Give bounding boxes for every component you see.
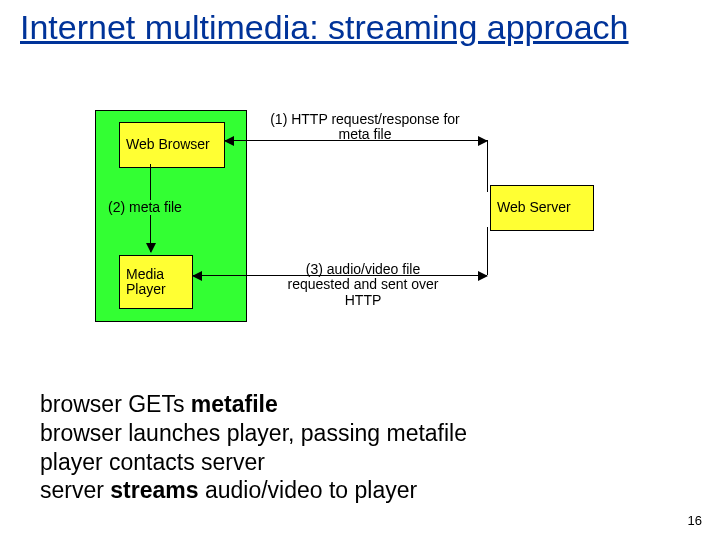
note-text: browser GETs (40, 391, 191, 417)
note-line-2: browser launches player, passing metafil… (40, 419, 467, 448)
arrow-step3-elbow (487, 227, 488, 275)
note-text: server (40, 477, 110, 503)
label-step2: (2) meta file (108, 200, 228, 215)
label-step1: (1) HTTP request/response for meta file (270, 112, 460, 143)
note-line-4: server streams audio/video to player (40, 476, 467, 505)
note-line-1: browser GETs metafile (40, 390, 467, 419)
note-line-3: player contacts server (40, 448, 467, 477)
note-bold: streams (110, 477, 198, 503)
architecture-diagram: Web Browser Media Player Web Server (1) … (95, 110, 635, 340)
page-number: 16 (688, 513, 702, 528)
note-text: audio/video to player (199, 477, 418, 503)
arrow-step1-elbow (487, 140, 488, 192)
web-server-box: Web Server (490, 185, 594, 231)
label-step3: (3) audio/video file requested and sent … (273, 262, 453, 308)
web-browser-box: Web Browser (119, 122, 225, 168)
media-player-box: Media Player (119, 255, 193, 309)
slide-notes: browser GETs metafile browser launches p… (40, 390, 467, 505)
slide-title: Internet multimedia: streaming approach (20, 8, 629, 47)
note-bold: metafile (191, 391, 278, 417)
